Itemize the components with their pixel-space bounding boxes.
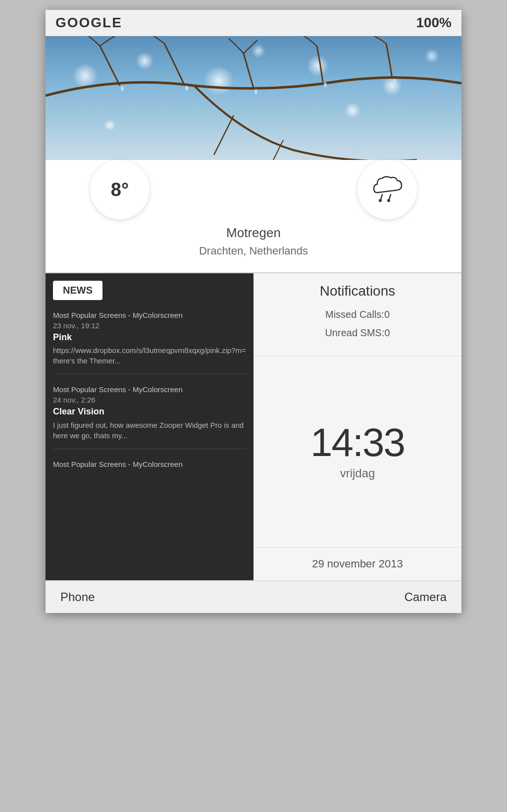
weather-circles: 8° [60,160,447,219]
svg-point-2 [204,66,234,96]
notifications-title: Notifications [266,283,449,299]
news-source-3: Most Popular Screens - MyColorscreen [53,459,246,469]
svg-point-11 [254,89,257,94]
svg-point-12 [324,82,327,87]
svg-point-0 [73,63,98,88]
news-panel: NEWS Most Popular Screens - MyColorscree… [46,273,254,580]
rain-cloud-icon [370,174,405,206]
svg-point-13 [393,79,396,84]
clock-time-display: 14:33 [266,423,449,462]
weather-condition: Motregen [60,225,447,241]
weather-icon-circle [357,160,417,219]
news-title-1: Pink [53,332,246,343]
missed-calls: Missed Calls:0 [266,309,449,320]
phone-container: GOOGLE 100% [46,10,461,613]
news-item-2[interactable]: Most Popular Screens - MyColorscreen 24 … [53,384,246,449]
camera-button[interactable]: Camera [405,590,447,604]
full-date-display: 29 november 2013 [266,558,449,570]
notifications-section: Notifications Missed Calls:0 Unread SMS:… [254,273,461,356]
right-panel: Notifications Missed Calls:0 Unread SMS:… [254,273,461,580]
svg-point-15 [379,199,382,202]
svg-point-7 [252,44,265,58]
phone-button[interactable]: Phone [60,590,95,604]
svg-line-16 [389,195,391,200]
news-title-2: Clear Vision [53,406,246,417]
news-source-1: Most Popular Screens - MyColorscreen [53,310,246,320]
battery-percent: 100% [416,15,452,31]
news-source-2: Most Popular Screens - MyColorscreen [53,384,246,395]
app-title: GOOGLE [55,15,122,31]
news-excerpt-1: https://www.dropbox.com/s/l3utmeqpvm8xqx… [53,345,246,366]
svg-point-8 [345,102,360,118]
temperature-display: 8° [111,179,129,201]
news-date-2: 24 nov., 2:26 [53,396,246,404]
svg-point-1 [136,52,153,70]
unread-sms: Unread SMS:0 [266,327,449,339]
weather-info-section: 8° Motregen Drachten, Netherlands [46,160,461,272]
clock-day-display: vrijdag [266,466,449,480]
svg-point-3 [307,55,329,77]
svg-point-9 [121,86,124,91]
svg-point-17 [387,199,390,202]
weather-location: Drachten, Netherlands [60,245,447,257]
clock-section: 14:33 vrijdag [254,356,461,548]
svg-point-6 [104,119,116,131]
svg-line-14 [381,195,382,200]
temperature-circle: 8° [90,160,150,219]
news-tab[interactable]: NEWS [53,281,102,300]
bottom-bar: Phone Camera [46,580,461,613]
date-section: 29 november 2013 [254,548,461,580]
news-date-1: 23 nov., 19:12 [53,321,246,330]
news-excerpt-2: I just figured out, how awesome Zooper W… [53,420,246,441]
news-item-1[interactable]: Most Popular Screens - MyColorscreen 23 … [53,310,246,374]
svg-point-10 [185,86,188,91]
top-bar: GOOGLE 100% [46,10,461,36]
main-content: NEWS Most Popular Screens - MyColorscree… [46,272,461,580]
svg-point-5 [424,49,439,63]
news-item-3[interactable]: Most Popular Screens - MyColorscreen [53,459,246,477]
